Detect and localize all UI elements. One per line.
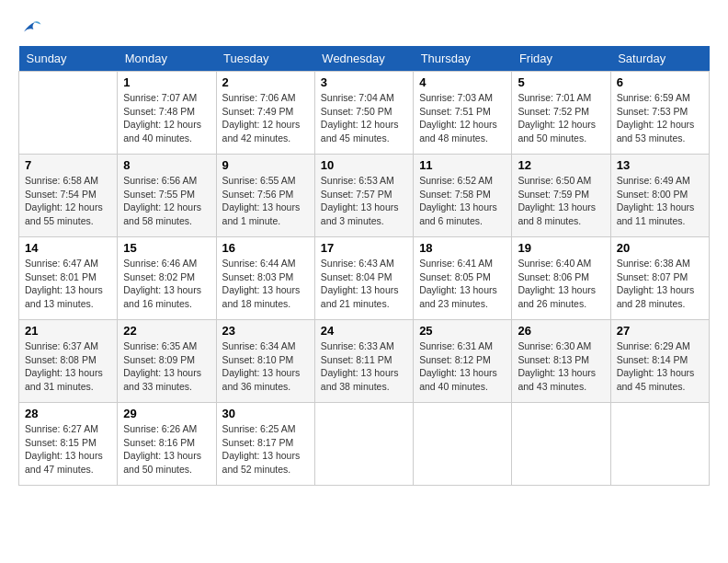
- calendar-cell: 7Sunrise: 6:58 AMSunset: 7:54 PMDaylight…: [19, 155, 118, 237]
- calendar-cell: 18Sunrise: 6:41 AMSunset: 8:05 PMDayligh…: [414, 237, 512, 320]
- day-number: 13: [617, 158, 703, 172]
- calendar-cell: 25Sunrise: 6:31 AMSunset: 8:12 PMDayligh…: [414, 320, 512, 403]
- calendar-cell: 14Sunrise: 6:47 AMSunset: 8:01 PMDayligh…: [19, 237, 118, 320]
- calendar-cell: 28Sunrise: 6:27 AMSunset: 8:15 PMDayligh…: [19, 403, 118, 486]
- day-info: Sunrise: 7:03 AMSunset: 7:51 PMDaylight:…: [419, 91, 506, 145]
- calendar-cell: 5Sunrise: 7:01 AMSunset: 7:52 PMDaylight…: [512, 72, 610, 155]
- calendar-cell: 13Sunrise: 6:49 AMSunset: 8:00 PMDayligh…: [610, 155, 709, 237]
- calendar-cell: 4Sunrise: 7:03 AMSunset: 7:51 PMDaylight…: [414, 72, 512, 155]
- day-info: Sunrise: 6:27 AMSunset: 8:15 PMDaylight:…: [25, 422, 111, 477]
- calendar-cell: 20Sunrise: 6:38 AMSunset: 8:07 PMDayligh…: [610, 237, 709, 320]
- day-number: 20: [617, 241, 703, 255]
- calendar-day-header: Friday: [512, 46, 610, 72]
- day-info: Sunrise: 6:43 AMSunset: 8:04 PMDaylight:…: [321, 257, 407, 311]
- day-info: Sunrise: 6:40 AMSunset: 8:06 PMDaylight:…: [518, 257, 604, 311]
- day-info: Sunrise: 7:07 AMSunset: 7:48 PMDaylight:…: [123, 91, 210, 145]
- calendar-cell: 10Sunrise: 6:53 AMSunset: 7:57 PMDayligh…: [314, 155, 413, 237]
- calendar-cell: 16Sunrise: 6:44 AMSunset: 8:03 PMDayligh…: [216, 237, 314, 320]
- day-number: 23: [222, 324, 309, 338]
- day-number: 29: [123, 407, 210, 420]
- day-info: Sunrise: 6:59 AMSunset: 7:53 PMDaylight:…: [617, 91, 703, 145]
- calendar-cell: 1Sunrise: 7:07 AMSunset: 7:48 PMDaylight…: [118, 72, 216, 155]
- calendar-day-header: Monday: [118, 46, 216, 72]
- calendar-cell: 26Sunrise: 6:30 AMSunset: 8:13 PMDayligh…: [512, 320, 610, 403]
- day-number: 10: [321, 158, 407, 172]
- calendar-cell: 2Sunrise: 7:06 AMSunset: 7:49 PMDaylight…: [216, 72, 314, 155]
- calendar-cell: [414, 403, 512, 486]
- calendar-cell: 12Sunrise: 6:50 AMSunset: 7:59 PMDayligh…: [512, 155, 610, 237]
- calendar-cell: [610, 403, 709, 486]
- day-number: 22: [123, 324, 210, 338]
- calendar-header-row: SundayMondayTuesdayWednesdayThursdayFrid…: [19, 46, 710, 72]
- calendar-day-header: Tuesday: [216, 46, 314, 72]
- day-number: 11: [419, 158, 506, 172]
- calendar-week-row: 21Sunrise: 6:37 AMSunset: 8:08 PMDayligh…: [19, 320, 710, 403]
- calendar-table: SundayMondayTuesdayWednesdayThursdayFrid…: [18, 46, 710, 486]
- calendar-cell: 3Sunrise: 7:04 AMSunset: 7:50 PMDaylight…: [314, 72, 413, 155]
- calendar-cell: [512, 403, 610, 486]
- calendar-cell: 9Sunrise: 6:55 AMSunset: 7:56 PMDaylight…: [216, 155, 314, 237]
- calendar-cell: 19Sunrise: 6:40 AMSunset: 8:06 PMDayligh…: [512, 237, 610, 320]
- day-info: Sunrise: 6:58 AMSunset: 7:54 PMDaylight:…: [25, 174, 111, 228]
- day-info: Sunrise: 7:01 AMSunset: 7:52 PMDaylight:…: [518, 91, 604, 145]
- calendar-cell: [314, 403, 413, 486]
- day-number: 6: [617, 75, 703, 89]
- calendar-day-header: Thursday: [414, 46, 512, 72]
- day-number: 9: [222, 158, 309, 172]
- day-info: Sunrise: 6:53 AMSunset: 7:57 PMDaylight:…: [321, 174, 407, 228]
- day-number: 30: [222, 407, 309, 420]
- calendar-week-row: 7Sunrise: 6:58 AMSunset: 7:54 PMDaylight…: [19, 155, 710, 237]
- day-info: Sunrise: 7:04 AMSunset: 7:50 PMDaylight:…: [321, 91, 407, 145]
- day-number: 17: [321, 241, 407, 255]
- calendar-cell: 11Sunrise: 6:52 AMSunset: 7:58 PMDayligh…: [414, 155, 512, 237]
- day-number: 4: [419, 75, 506, 89]
- page-header: [18, 18, 710, 37]
- calendar-cell: 22Sunrise: 6:35 AMSunset: 8:09 PMDayligh…: [118, 320, 216, 403]
- calendar-week-row: 28Sunrise: 6:27 AMSunset: 8:15 PMDayligh…: [19, 403, 710, 486]
- calendar-cell: 6Sunrise: 6:59 AMSunset: 7:53 PMDaylight…: [610, 72, 709, 155]
- day-info: Sunrise: 6:38 AMSunset: 8:07 PMDaylight:…: [617, 257, 703, 311]
- calendar-day-header: Wednesday: [314, 46, 413, 72]
- day-info: Sunrise: 6:35 AMSunset: 8:09 PMDaylight:…: [123, 339, 210, 394]
- day-info: Sunrise: 6:37 AMSunset: 8:08 PMDaylight:…: [25, 339, 111, 394]
- day-number: 2: [222, 75, 309, 89]
- day-number: 8: [123, 158, 210, 172]
- day-info: Sunrise: 6:46 AMSunset: 8:02 PMDaylight:…: [123, 257, 210, 311]
- day-number: 3: [321, 75, 407, 89]
- calendar-week-row: 1Sunrise: 7:07 AMSunset: 7:48 PMDaylight…: [19, 72, 710, 155]
- day-info: Sunrise: 6:47 AMSunset: 8:01 PMDaylight:…: [25, 257, 111, 311]
- day-info: Sunrise: 6:49 AMSunset: 8:00 PMDaylight:…: [617, 174, 703, 228]
- calendar-cell: 30Sunrise: 6:25 AMSunset: 8:17 PMDayligh…: [216, 403, 314, 486]
- day-number: 18: [419, 241, 506, 255]
- calendar-cell: 21Sunrise: 6:37 AMSunset: 8:08 PMDayligh…: [19, 320, 118, 403]
- calendar-week-row: 14Sunrise: 6:47 AMSunset: 8:01 PMDayligh…: [19, 237, 710, 320]
- day-number: 27: [617, 324, 703, 338]
- logo: [18, 18, 42, 37]
- day-number: 19: [518, 241, 604, 255]
- day-number: 1: [123, 75, 210, 89]
- calendar-cell: 15Sunrise: 6:46 AMSunset: 8:02 PMDayligh…: [118, 237, 216, 320]
- calendar-cell: 24Sunrise: 6:33 AMSunset: 8:11 PMDayligh…: [314, 320, 413, 403]
- day-number: 5: [518, 75, 604, 89]
- day-info: Sunrise: 6:41 AMSunset: 8:05 PMDaylight:…: [419, 257, 506, 311]
- day-info: Sunrise: 6:44 AMSunset: 8:03 PMDaylight:…: [222, 257, 309, 311]
- day-number: 21: [25, 324, 111, 338]
- day-info: Sunrise: 6:31 AMSunset: 8:12 PMDaylight:…: [419, 339, 506, 394]
- calendar-cell: 17Sunrise: 6:43 AMSunset: 8:04 PMDayligh…: [314, 237, 413, 320]
- calendar-cell: [19, 72, 118, 155]
- day-number: 26: [518, 324, 604, 338]
- day-info: Sunrise: 6:33 AMSunset: 8:11 PMDaylight:…: [321, 339, 407, 394]
- day-info: Sunrise: 6:25 AMSunset: 8:17 PMDaylight:…: [222, 422, 309, 477]
- calendar-cell: 27Sunrise: 6:29 AMSunset: 8:14 PMDayligh…: [610, 320, 709, 403]
- day-number: 24: [321, 324, 407, 338]
- day-info: Sunrise: 6:30 AMSunset: 8:13 PMDaylight:…: [518, 339, 604, 394]
- calendar-cell: 29Sunrise: 6:26 AMSunset: 8:16 PMDayligh…: [118, 403, 216, 486]
- day-info: Sunrise: 7:06 AMSunset: 7:49 PMDaylight:…: [222, 91, 309, 145]
- day-info: Sunrise: 6:52 AMSunset: 7:58 PMDaylight:…: [419, 174, 506, 228]
- day-number: 16: [222, 241, 309, 255]
- day-info: Sunrise: 6:29 AMSunset: 8:14 PMDaylight:…: [617, 339, 703, 394]
- calendar-cell: 8Sunrise: 6:56 AMSunset: 7:55 PMDaylight…: [118, 155, 216, 237]
- day-info: Sunrise: 6:26 AMSunset: 8:16 PMDaylight:…: [123, 422, 210, 477]
- day-info: Sunrise: 6:55 AMSunset: 7:56 PMDaylight:…: [222, 174, 309, 228]
- day-info: Sunrise: 6:56 AMSunset: 7:55 PMDaylight:…: [123, 174, 210, 228]
